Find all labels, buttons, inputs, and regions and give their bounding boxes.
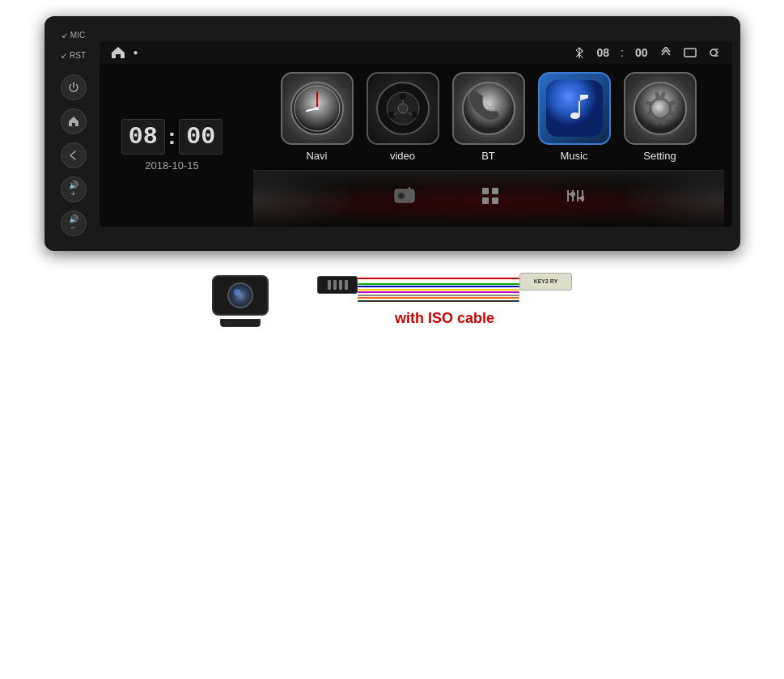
video-label: video [390, 150, 415, 162]
app-icons-row: Navi [281, 72, 697, 162]
svg-rect-28 [492, 188, 498, 194]
video-app[interactable]: video [367, 72, 439, 162]
svg-rect-27 [482, 188, 489, 194]
arrows-up-icon [659, 47, 672, 58]
equalizer-button[interactable] [565, 186, 584, 210]
svg-point-15 [463, 83, 515, 134]
screen-content: 08 : 00 2018-10-15 [100, 64, 732, 227]
time-display: 08 : 00 [121, 119, 222, 155]
video-icon [367, 72, 439, 145]
bluetooth-icon [574, 47, 585, 58]
svg-rect-29 [482, 197, 489, 204]
setting-label: Setting [643, 150, 676, 162]
main-screen: ● 08 : 00 [100, 41, 732, 227]
camera-mount [220, 319, 261, 327]
svg-point-9 [400, 93, 406, 100]
svg-rect-16 [546, 80, 603, 137]
status-left: ● [111, 46, 138, 59]
music-app[interactable]: Music [538, 72, 611, 162]
home-button[interactable] [61, 108, 87, 134]
svg-point-18 [652, 100, 668, 117]
home-status-icon [111, 46, 125, 59]
status-dot: ● [133, 48, 138, 57]
svg-point-11 [388, 112, 395, 118]
volume-up-button[interactable]: 🔊+ [61, 176, 87, 202]
svg-point-5 [316, 107, 319, 110]
navi-label: Navi [306, 150, 327, 162]
minute-display: 00 [179, 119, 222, 155]
camera-body [212, 275, 269, 316]
grid-button[interactable] [481, 186, 500, 210]
time-section: 08 : 00 2018-10-15 [100, 64, 245, 227]
power-button[interactable] [61, 74, 87, 100]
music-label: Music [561, 150, 588, 162]
status-right: 08 : 00 [574, 46, 720, 59]
camera-lens [227, 282, 253, 308]
iso-label: with ISO cable [395, 310, 494, 327]
svg-point-21 [400, 194, 403, 197]
hour-display: 08 [121, 119, 165, 155]
svg-point-10 [411, 112, 417, 118]
bt-app[interactable]: BT [452, 72, 525, 162]
bottom-bar [253, 170, 724, 227]
time-colon: : [168, 124, 176, 150]
status-bar: ● 08 : 00 [100, 41, 732, 64]
rst-label: ↙ RST [61, 51, 86, 60]
bt-label: BT [481, 150, 495, 162]
status-time: 08 [596, 46, 609, 59]
navi-icon [281, 72, 354, 145]
svg-point-8 [398, 104, 408, 113]
window-icon [684, 48, 697, 57]
date-display: 2018-10-15 [145, 159, 199, 172]
accessories-section: KEY2 RY with ISO cable [44, 251, 740, 335]
mic-label: ↙ MIC [61, 31, 85, 40]
setting-app[interactable]: Setting [624, 72, 697, 162]
navi-app[interactable]: Navi [281, 72, 354, 162]
side-panel: ↙ MIC ↙ RST [53, 28, 95, 240]
rst-text: RST [70, 51, 86, 60]
svg-rect-30 [492, 197, 498, 204]
mic-text: MIC [70, 31, 85, 40]
setting-icon [624, 72, 697, 145]
radio-button[interactable] [393, 186, 416, 210]
back-arrow-icon [708, 47, 721, 58]
bt-icon [452, 72, 525, 145]
iso-cable: KEY2 RY [317, 276, 572, 302]
back-button[interactable] [61, 142, 87, 168]
svg-rect-0 [684, 49, 696, 57]
camera-container [212, 275, 269, 327]
iso-cable-container: KEY2 RY with ISO cable [317, 276, 572, 327]
music-icon [538, 72, 611, 145]
head-unit: ↙ MIC ↙ RST [44, 16, 740, 251]
cable-tag: KEY2 RY [519, 273, 572, 291]
apps-section: Navi [245, 64, 732, 227]
volume-down-button[interactable]: 🔊− [61, 210, 87, 236]
status-minute: 00 [635, 46, 648, 59]
